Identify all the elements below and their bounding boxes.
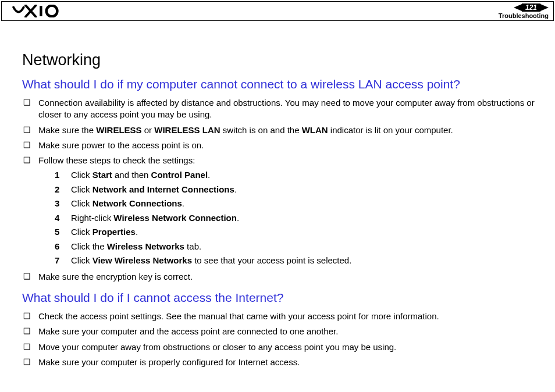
list-item: Make sure your computer is properly conf… xyxy=(22,357,538,368)
header-right: 121 Troubleshooting xyxy=(499,3,549,19)
step-item: 3Click Network Connections. xyxy=(55,197,538,211)
list-item: Follow these steps to check the settings… xyxy=(22,155,538,268)
page-header: 121 Troubleshooting xyxy=(1,1,554,21)
list-item: Make sure the encryption key is correct. xyxy=(22,271,538,283)
step-item: 5Click Properties. xyxy=(55,226,538,239)
list-item: Make sure your computer and the access p… xyxy=(22,326,538,337)
step-item: 7Click View Wireless Networks to see tha… xyxy=(55,254,538,268)
list-item: Make sure the WIRELESS or WIRELESS LAN s… xyxy=(22,124,538,136)
page-content: Networking What should I do if my comput… xyxy=(22,35,538,372)
question-2-list: Check the access point settings. See the… xyxy=(22,311,538,368)
question-1-list: Connection availability is affected by d… xyxy=(22,97,538,283)
question-2-heading: What should I do if I cannot access the … xyxy=(22,291,538,305)
question-1-heading: What should I do if my computer cannot c… xyxy=(22,77,538,91)
list-item: Make sure power to the access point is o… xyxy=(22,140,538,151)
steps-list: 1Click Start and then Control Panel. 2Cl… xyxy=(38,169,538,268)
step-item: 6Click the Wireless Networks tab. xyxy=(55,240,538,254)
svg-point-1 xyxy=(47,6,58,17)
step-item: 2Click Network and Internet Connections. xyxy=(55,183,538,197)
prev-page-arrow-icon[interactable] xyxy=(514,4,522,11)
section-label: Troubleshooting xyxy=(499,13,549,19)
page-title: Networking xyxy=(22,51,538,69)
vaio-logo xyxy=(6,3,70,19)
list-item: Move your computer away from obstruction… xyxy=(22,341,538,353)
svg-rect-0 xyxy=(40,6,42,16)
page-number: 121 xyxy=(522,3,540,12)
list-item: Check the access point settings. See the… xyxy=(22,311,538,322)
step-item: 4Right-click Wireless Network Connection… xyxy=(55,212,538,225)
next-page-arrow-icon[interactable] xyxy=(540,4,549,11)
step-item: 1Click Start and then Control Panel. xyxy=(55,169,538,182)
list-item: Connection availability is affected by d… xyxy=(22,97,538,121)
page-navigator: 121 xyxy=(514,3,549,12)
